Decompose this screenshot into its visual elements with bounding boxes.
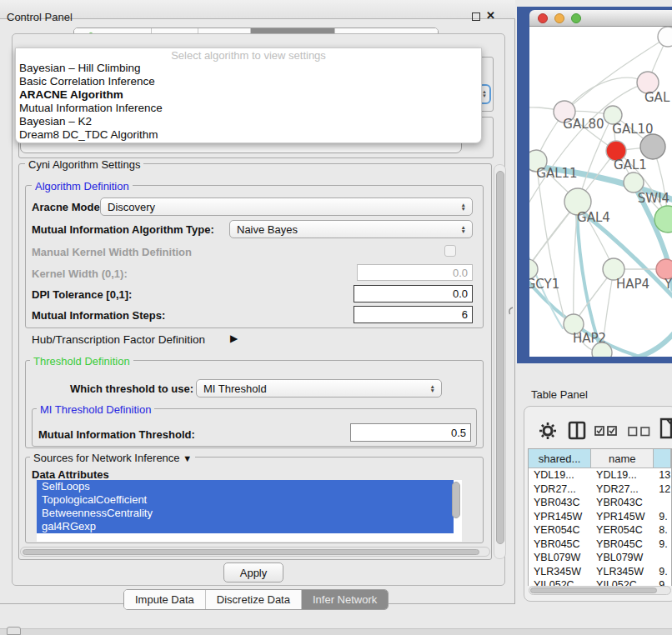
- table-row[interactable]: YLR345WYLR345W9.: [529, 565, 671, 579]
- mi-steps-field[interactable]: 6: [354, 306, 473, 323]
- close-traffic-light[interactable]: [538, 13, 548, 23]
- manual-kernel-checkbox[interactable]: [444, 245, 456, 257]
- table-row[interactable]: YBR043CYBR043C: [529, 496, 671, 510]
- table-cell: 9.: [654, 510, 671, 524]
- table-cell: [654, 496, 671, 510]
- apply-button[interactable]: Apply: [223, 562, 283, 582]
- table-row[interactable]: YER054CYER054C8.: [529, 523, 671, 538]
- network-canvas[interactable]: GALGAL80GAL10GAL1GAL11SWI4GAL4GCY1HAP4YH…: [529, 27, 672, 357]
- which-threshold-value: MI Threshold: [203, 382, 267, 395]
- algorithm-item-mutual-information-inference[interactable]: Mutual Information Inference: [16, 102, 481, 115]
- table-cell: YPR145W: [591, 510, 654, 524]
- node-partial-top[interactable]: [658, 27, 672, 47]
- table-hscrollbar[interactable]: [529, 586, 671, 595]
- node-swi4[interactable]: [624, 172, 644, 192]
- table-cell: YBR043C: [529, 496, 591, 510]
- table-cell: YLR345W: [591, 565, 654, 579]
- network-graph: GALGAL80GAL10GAL1GAL11SWI4GAL4GCY1HAP4YH…: [529, 27, 672, 357]
- manual-kernel-label: Manual Kernel Width Definition: [32, 246, 192, 258]
- combo-stepper-icon: ▲▼: [461, 225, 466, 234]
- hub-expander-label[interactable]: Hub/Transcription Factor Definition: [32, 333, 205, 346]
- node-gal11-label: GAL11: [536, 166, 577, 181]
- split-columns-icon[interactable]: [568, 421, 586, 440]
- mi-threshold-field[interactable]: 0.5: [350, 423, 471, 442]
- node-swi4-label: SWI4: [638, 191, 669, 206]
- bottom-left-partial-button[interactable]: [7, 627, 21, 635]
- algorithm-item-bayesian-k2[interactable]: Bayesian – K2: [16, 115, 481, 128]
- table-row[interactable]: YDR27...YDR27...12: [529, 482, 671, 497]
- aracne-mode-label: Aracne Mode:: [32, 201, 103, 213]
- kernel-width-field[interactable]: 0.0: [357, 264, 473, 281]
- file-icon[interactable]: [659, 417, 672, 439]
- expander-expanded-icon: ▼: [183, 453, 192, 463]
- splitter-handle[interactable]: [508, 307, 514, 315]
- algorithm-item-basic-correlation-inference[interactable]: Basic Correlation Inference: [16, 75, 481, 88]
- table-row[interactable]: YBR045CYBR045C9.: [529, 538, 671, 552]
- threshold-definition-title: Threshold Definition: [30, 355, 133, 368]
- mi-threshold-label: Mutual Information Threshold:: [38, 428, 195, 441]
- node-gal7-label: GAL: [644, 90, 670, 105]
- which-threshold-combo[interactable]: MI Threshold ▲▼: [196, 379, 442, 398]
- network-window-titlebar[interactable]: [529, 10, 672, 27]
- tab-impute-data[interactable]: Impute Data: [124, 590, 205, 609]
- algorithm-item-bayesian-hill-climbing[interactable]: Bayesian – Hill Climbing: [16, 62, 481, 75]
- column-header-shared[interactable]: shared...: [529, 449, 591, 468]
- table-row[interactable]: YPR145WYPR145W9.: [529, 510, 671, 524]
- settings-hscrollbar[interactable]: [20, 547, 490, 557]
- attribute-item-selfloops[interactable]: SelfLoops: [37, 480, 454, 493]
- table-hscrollbar-thumb[interactable]: [530, 588, 657, 593]
- data-attributes-list[interactable]: SelfLoopsTopologicalCoefficientBetweenne…: [37, 480, 462, 542]
- table-cell: 13: [654, 468, 671, 482]
- column-header-name[interactable]: name: [591, 449, 654, 468]
- settings-vscrollbar[interactable]: [494, 164, 506, 559]
- algorithm-dropdown-popup: Select algorithm to view settings Bayesi…: [15, 48, 482, 143]
- table-cell: YIL052C: [529, 578, 591, 586]
- table-cell: YDL19...: [591, 468, 654, 482]
- table-cell: YPR145W: [529, 510, 591, 524]
- sources-title[interactable]: Sources for Network Inference ▼: [30, 452, 195, 464]
- stepper-down-icon: ▼: [482, 94, 487, 98]
- network-edge[interactable]: [609, 328, 672, 357]
- column-header-blank[interactable]: [654, 449, 671, 468]
- tab-discretize-data[interactable]: Discretize Data: [205, 590, 301, 609]
- attribute-item-gal4rgexp[interactable]: gal4RGexp: [37, 520, 454, 533]
- node-gal80-label: GAL80: [563, 117, 604, 132]
- algorithm-item-aracne-algorithm[interactable]: ARACNE Algorithm: [16, 88, 481, 102]
- table-row[interactable]: YBL079WYBL079W: [529, 551, 671, 565]
- settings-vscrollbar-thumb[interactable]: [496, 171, 504, 544]
- tab-label: Infer Network: [313, 593, 377, 606]
- table-cell: YBL079W: [529, 551, 591, 565]
- node-gray[interactable]: [640, 134, 665, 159]
- table-row[interactable]: YDL19...YDL19...13: [529, 468, 671, 482]
- zoom-traffic-light[interactable]: [571, 13, 581, 23]
- node-table[interactable]: shared...name YDL19...YDL19...13YDR27...…: [528, 448, 672, 586]
- table-cell: YBL079W: [591, 551, 654, 565]
- close-icon[interactable]: ✕: [486, 9, 495, 22]
- attribute-item-betweennesscentrality[interactable]: BetweennessCentrality: [37, 507, 454, 520]
- float-window-icon[interactable]: [472, 12, 480, 21]
- unchecked-boxes-icon[interactable]: [628, 427, 651, 437]
- algorithm-item-dream8-dc-tdc-algorithm[interactable]: Dream8 DC_TDC Algorithm: [16, 128, 481, 142]
- node-bottom-green[interactable]: [592, 342, 612, 357]
- algorithm-definition-title: Algorithm Definition: [32, 180, 133, 192]
- table-cell: YLR345W: [529, 565, 591, 579]
- gear-icon[interactable]: [539, 422, 557, 440]
- settings-hscrollbar-thumb[interactable]: [23, 549, 479, 555]
- minimize-traffic-light[interactable]: [554, 13, 564, 23]
- control-panel-titlebar[interactable]: [0, 0, 515, 19]
- checked-boxes-icon[interactable]: [594, 426, 618, 437]
- table-cell: YER054C: [591, 523, 654, 538]
- expander-collapsed-icon[interactable]: ▶: [230, 332, 238, 344]
- table-cell: [654, 551, 671, 565]
- mi-type-combo[interactable]: Naive Bayes ▲▼: [229, 220, 473, 238]
- dpi-tolerance-field[interactable]: 0.0: [354, 285, 473, 302]
- table-cell: YDL19...: [529, 468, 591, 482]
- node-gcy1-label: GCY1: [529, 277, 559, 292]
- attributes-scrollbar-thumb[interactable]: [452, 482, 460, 518]
- attribute-item-topologicalcoefficient[interactable]: TopologicalCoefficient: [37, 493, 454, 507]
- node-salmon-label: Y: [664, 277, 672, 292]
- table-row[interactable]: YIL052CYIL052C9: [529, 578, 671, 586]
- table-cell: 9: [654, 578, 671, 586]
- aracne-mode-combo[interactable]: Discovery ▲▼: [100, 198, 473, 216]
- tab-infer-network[interactable]: Infer Network: [301, 590, 388, 609]
